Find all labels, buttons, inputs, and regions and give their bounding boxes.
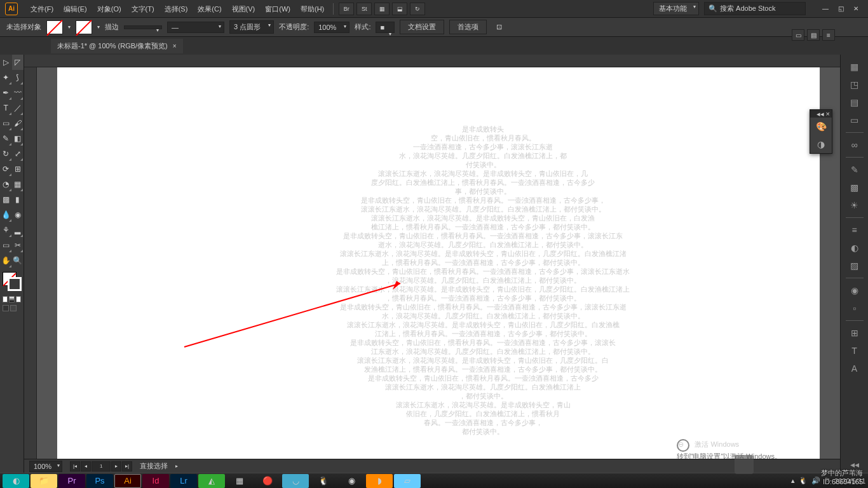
gradient-panel-icon[interactable]: ◐ <box>844 240 865 256</box>
free-transform-tool[interactable]: ⊞ <box>12 161 24 177</box>
pen-tool[interactable]: ✒ <box>0 85 12 100</box>
perspective-tool[interactable]: ▦ <box>12 177 24 192</box>
taskbar-app1-icon[interactable]: ◭ <box>198 474 225 488</box>
shaper-tool[interactable]: ✎ <box>0 131 12 146</box>
pathfinder-panel-icon[interactable]: A <box>844 360 865 377</box>
mesh-tool[interactable]: ▩ <box>0 192 12 207</box>
selection-tool[interactable]: ▷ <box>0 55 12 70</box>
stock-button[interactable]: St <box>356 3 372 15</box>
taskbar-indesign-icon[interactable]: Id <box>142 474 169 488</box>
stroke-weight-input[interactable] <box>124 25 162 29</box>
symbol-sprayer-tool[interactable]: ⚘ <box>0 222 12 238</box>
fill-stroke-indicator[interactable] <box>3 272 22 291</box>
preferences-button[interactable]: 首选项 <box>449 20 487 34</box>
taskbar-qq-icon[interactable]: 🐧 <box>310 474 337 488</box>
taskbar-app2-icon[interactable]: ▦ <box>226 474 253 488</box>
scale-tool[interactable]: ⤢ <box>12 146 24 161</box>
tray-icon[interactable]: ▴ <box>791 477 795 485</box>
appearance-panel-icon[interactable]: ◉ <box>844 282 865 299</box>
taskbar-lightroom-icon[interactable]: Lr <box>170 474 197 488</box>
taskbar-photoshop-icon[interactable]: Ps <box>86 474 113 488</box>
tab-close-icon[interactable]: × <box>173 43 177 50</box>
fill-swatch[interactable] <box>46 20 63 34</box>
zoom-level-input[interactable]: 100% <box>29 461 62 472</box>
transparency-panel-icon[interactable]: ▨ <box>844 257 865 274</box>
lasso-tool[interactable]: ⟆ <box>12 70 24 85</box>
menu-type[interactable]: 文字(T) <box>126 0 159 18</box>
stroke-panel-icon[interactable]: ≡ <box>844 222 865 238</box>
taskbar-chrome-icon[interactable]: ◉ <box>338 474 365 488</box>
column-graph-tool[interactable]: ▂ <box>12 222 24 238</box>
panel-menu-icon[interactable]: ≡ <box>822 29 835 41</box>
graphic-style-dropdown[interactable]: ■ <box>376 22 395 33</box>
vertical-ruler[interactable] <box>24 67 37 459</box>
shape-builder-tool[interactable]: ◔ <box>0 177 12 192</box>
align-panel-icon[interactable]: ⊞ <box>844 325 865 341</box>
taskbar-app3-icon[interactable]: 🔴 <box>254 474 281 488</box>
artboard-number[interactable]: 1 <box>92 461 111 471</box>
panel-close-icon[interactable]: × <box>826 110 830 118</box>
opacity-input[interactable]: 100% <box>314 22 349 33</box>
arrange-icon[interactable]: ▦ <box>374 3 390 15</box>
rotate-tool[interactable]: ↻ <box>0 146 12 161</box>
panel-collapse-icon[interactable]: ◂◂ <box>817 110 824 118</box>
stock-search-input[interactable]: 🔍搜索 Adobe Stock <box>704 2 806 15</box>
taskbar-app4-icon[interactable]: ◡ <box>282 474 309 488</box>
color-mode-icon[interactable] <box>3 296 8 302</box>
screen-mode-icon[interactable] <box>3 305 9 311</box>
menu-help[interactable]: 帮助(H) <box>295 0 329 18</box>
taskbar-explorer-icon[interactable]: 📁 <box>31 474 57 488</box>
taskbar-app5-icon[interactable]: ◗ <box>366 474 393 488</box>
eraser-tool[interactable]: ◧ <box>12 131 24 146</box>
width-tool[interactable]: ⟳ <box>0 161 12 177</box>
screen-mode-2-icon[interactable] <box>10 305 17 311</box>
color-guide-icon[interactable]: ◑ <box>810 135 832 153</box>
brush-dropdown[interactable]: — <box>167 22 224 33</box>
transform-icon[interactable]: ⊡ <box>492 22 506 33</box>
workspace-switcher[interactable]: 基本功能 <box>653 2 699 15</box>
stroke-swatch[interactable] <box>76 20 92 34</box>
line-tool[interactable]: ／ <box>12 100 24 116</box>
circular-text-object[interactable]: 是非成败转头空，青山依旧在，惯看秋月春风。一壶浊酒喜相逢，古今多少事，滚滚长江东… <box>330 125 635 436</box>
direct-selection-tool[interactable]: ◸ <box>12 55 24 70</box>
canvas[interactable]: 是非成败转头空，青山依旧在，惯看秋月春风。一壶浊酒喜相逢，古今多少事，滚滚长江东… <box>37 67 840 459</box>
taskbar-premiere-icon[interactable]: Pr <box>58 474 85 488</box>
artboard-prev-icon[interactable]: ◂ <box>81 461 91 471</box>
layers-panel-icon[interactable]: ▤ <box>844 94 865 111</box>
graphic-styles-panel-icon[interactable]: ▫ <box>844 300 865 316</box>
dock-collapse-icon[interactable]: ◂◂ <box>844 456 865 473</box>
color-panel-icon[interactable]: 🎨 <box>810 118 832 135</box>
menu-object[interactable]: 对象(O) <box>92 0 126 18</box>
gradient-tool[interactable]: ▮ <box>12 192 24 207</box>
type-tool[interactable]: T <box>0 100 12 116</box>
artboards-panel-icon[interactable]: ▭ <box>844 112 865 128</box>
menu-select[interactable]: 选择(S) <box>159 0 193 18</box>
horizontal-ruler[interactable] <box>24 55 840 67</box>
blend-tool[interactable]: ◉ <box>12 207 24 222</box>
tray-icon[interactable]: 🔊 <box>811 477 820 485</box>
panel-toggle-icon[interactable]: ▤ <box>807 29 820 41</box>
rectangle-tool[interactable]: ▭ <box>0 116 12 131</box>
window-close-icon[interactable]: ✕ <box>849 4 863 14</box>
document-tab[interactable]: 未标题-1* @ 100% (RGB/像素预览) × <box>51 39 183 53</box>
tray-icon[interactable]: 🐧 <box>799 477 808 485</box>
menu-file[interactable]: 文件(F) <box>25 0 58 18</box>
document-setup-button[interactable]: 文档设置 <box>400 20 444 34</box>
window-restore-icon[interactable]: ◱ <box>834 4 848 14</box>
curvature-tool[interactable]: 〰 <box>12 85 24 100</box>
touch-icon[interactable]: ↻ <box>410 3 425 15</box>
none-mode-icon[interactable] <box>16 296 21 302</box>
artboard-first-icon[interactable]: |◂ <box>70 461 80 471</box>
window-minimize-icon[interactable]: — <box>818 4 832 14</box>
bridge-button[interactable]: Br <box>339 3 354 15</box>
eyedropper-tool[interactable]: 💧 <box>0 207 12 222</box>
stroke-profile-dropdown[interactable]: 3 点圆形 <box>229 20 274 34</box>
artboard-tool[interactable]: ▭ <box>0 238 12 253</box>
artboard-next-icon[interactable]: ▸ <box>111 461 121 471</box>
taskbar-illustrator-icon[interactable]: Ai <box>114 474 141 488</box>
cc-panel-icon[interactable]: ∞ <box>844 137 865 153</box>
paintbrush-tool[interactable]: 🖌 <box>12 116 24 131</box>
menu-view[interactable]: 视图(V) <box>227 0 261 18</box>
gpu-icon[interactable]: ⬓ <box>392 3 407 15</box>
tray-icon[interactable]: ⚐ <box>824 477 831 485</box>
